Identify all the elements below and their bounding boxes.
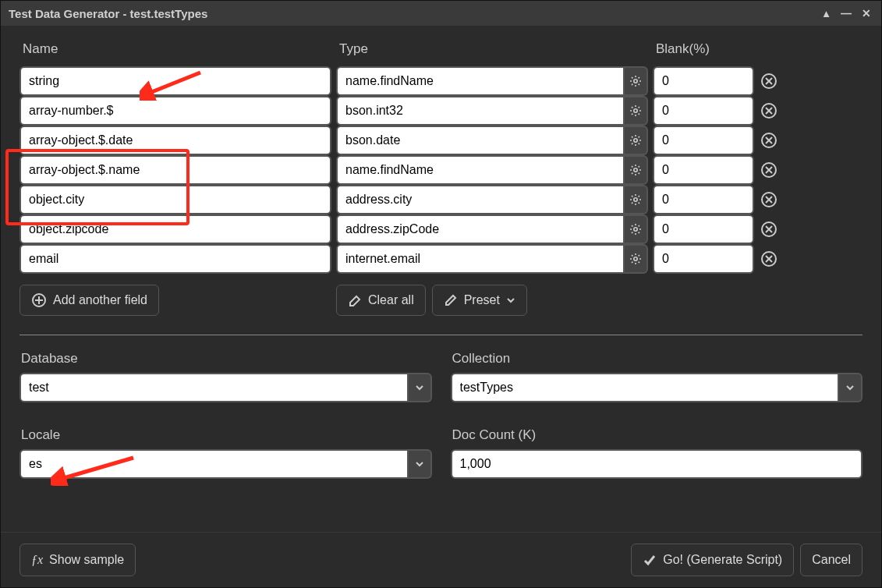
svg-point-10 bbox=[634, 198, 637, 201]
column-headers: Name Type Blank(%) bbox=[19, 41, 863, 57]
show-sample-label: Show sample bbox=[49, 553, 124, 567]
name-input[interactable] bbox=[19, 214, 331, 244]
preset-label: Preset bbox=[464, 293, 500, 307]
doccount-label: Doc Count (K) bbox=[451, 427, 863, 443]
x-circle-icon bbox=[760, 132, 778, 149]
gear-icon[interactable] bbox=[625, 126, 648, 155]
preset-button[interactable]: Preset bbox=[432, 285, 527, 316]
clear-all-button[interactable]: Clear all bbox=[336, 285, 426, 316]
cancel-button[interactable]: Cancel bbox=[800, 544, 863, 576]
x-circle-icon bbox=[760, 73, 778, 90]
name-input[interactable] bbox=[19, 126, 331, 155]
field-row bbox=[19, 155, 863, 185]
eraser-icon bbox=[348, 293, 362, 307]
go-button[interactable]: Go! (Generate Script) bbox=[631, 544, 794, 576]
delete-row-button[interactable] bbox=[759, 130, 779, 151]
name-input[interactable] bbox=[19, 66, 331, 96]
chevron-down-icon[interactable] bbox=[409, 449, 432, 479]
blank-input[interactable] bbox=[653, 185, 754, 214]
plus-circle-icon bbox=[31, 292, 47, 308]
delete-row-button[interactable] bbox=[759, 219, 779, 239]
locale-combo[interactable] bbox=[19, 449, 432, 479]
edit-icon bbox=[444, 293, 458, 307]
svg-point-2 bbox=[634, 80, 637, 83]
row-actions: Add another field Clear all Preset bbox=[19, 285, 863, 316]
type-input[interactable] bbox=[336, 155, 625, 185]
dialog-window: Test Data Generator - test.testTypes ▴ —… bbox=[0, 0, 882, 588]
field-row bbox=[19, 244, 863, 274]
locale-label: Locale bbox=[19, 427, 432, 443]
field-row bbox=[19, 214, 863, 244]
doccount-input[interactable] bbox=[451, 449, 863, 479]
x-circle-icon bbox=[760, 250, 778, 267]
blank-input[interactable] bbox=[653, 96, 754, 126]
delete-row-button[interactable] bbox=[759, 249, 779, 269]
fx-icon: ƒx bbox=[31, 553, 43, 567]
collection-input[interactable] bbox=[451, 373, 840, 402]
type-input[interactable] bbox=[336, 96, 625, 126]
gear-icon[interactable] bbox=[625, 96, 648, 126]
add-field-label: Add another field bbox=[53, 293, 147, 307]
window-title: Test Data Generator - test.testTypes bbox=[9, 7, 207, 20]
database-combo[interactable] bbox=[19, 373, 432, 402]
field-row bbox=[19, 66, 863, 96]
titlebar: Test Data Generator - test.testTypes ▴ —… bbox=[1, 1, 881, 26]
clear-all-label: Clear all bbox=[368, 293, 414, 307]
chevron-down-icon bbox=[506, 296, 515, 305]
divider bbox=[19, 335, 863, 335]
gear-icon[interactable] bbox=[625, 66, 648, 96]
field-row bbox=[19, 185, 863, 214]
database-label: Database bbox=[19, 351, 432, 367]
gear-icon[interactable] bbox=[625, 244, 648, 274]
header-name: Name bbox=[19, 41, 331, 57]
content-area: Name Type Blank(%) Add another field Cle… bbox=[1, 26, 881, 532]
gear-icon[interactable] bbox=[625, 155, 648, 185]
gear-icon[interactable] bbox=[625, 214, 648, 244]
show-sample-button[interactable]: ƒx Show sample bbox=[19, 544, 136, 576]
name-input[interactable] bbox=[19, 155, 331, 185]
collapse-icon[interactable]: ▴ bbox=[819, 6, 833, 20]
x-circle-icon bbox=[760, 161, 778, 179]
field-row bbox=[19, 96, 863, 126]
name-input[interactable] bbox=[19, 96, 331, 126]
svg-point-6 bbox=[634, 139, 637, 142]
close-icon[interactable]: ✕ bbox=[859, 6, 873, 20]
go-label: Go! (Generate Script) bbox=[663, 553, 782, 567]
delete-row-button[interactable] bbox=[759, 71, 779, 91]
name-input[interactable] bbox=[19, 185, 331, 214]
x-circle-icon bbox=[760, 102, 778, 119]
chevron-down-icon[interactable] bbox=[409, 373, 432, 402]
header-type: Type bbox=[336, 41, 648, 57]
minimize-icon[interactable]: — bbox=[839, 6, 853, 20]
database-input[interactable] bbox=[19, 373, 409, 402]
collection-combo[interactable] bbox=[451, 373, 863, 402]
type-input[interactable] bbox=[336, 244, 625, 274]
field-row bbox=[19, 126, 863, 155]
gear-icon[interactable] bbox=[625, 185, 648, 214]
blank-input[interactable] bbox=[653, 214, 754, 244]
add-field-button[interactable]: Add another field bbox=[19, 285, 159, 316]
type-input[interactable] bbox=[336, 214, 625, 244]
header-blank: Blank(%) bbox=[653, 41, 754, 57]
delete-row-button[interactable] bbox=[759, 101, 779, 121]
cancel-label: Cancel bbox=[812, 553, 851, 567]
svg-point-14 bbox=[634, 257, 637, 260]
svg-point-4 bbox=[634, 109, 637, 112]
name-input[interactable] bbox=[19, 244, 331, 274]
blank-input[interactable] bbox=[653, 155, 754, 185]
type-input[interactable] bbox=[336, 126, 625, 155]
x-circle-icon bbox=[760, 191, 778, 208]
blank-input[interactable] bbox=[653, 66, 754, 96]
type-input[interactable] bbox=[336, 185, 625, 214]
chevron-down-icon[interactable] bbox=[839, 373, 863, 402]
blank-input[interactable] bbox=[653, 244, 754, 274]
blank-input[interactable] bbox=[653, 126, 754, 155]
svg-point-8 bbox=[634, 168, 637, 172]
locale-input[interactable] bbox=[19, 449, 409, 479]
check-icon bbox=[643, 553, 657, 567]
delete-row-button[interactable] bbox=[759, 190, 779, 210]
delete-row-button[interactable] bbox=[759, 160, 779, 180]
footer: ƒx Show sample Go! (Generate Script) Can… bbox=[1, 532, 881, 587]
type-input[interactable] bbox=[336, 66, 625, 96]
collection-label: Collection bbox=[451, 351, 863, 367]
